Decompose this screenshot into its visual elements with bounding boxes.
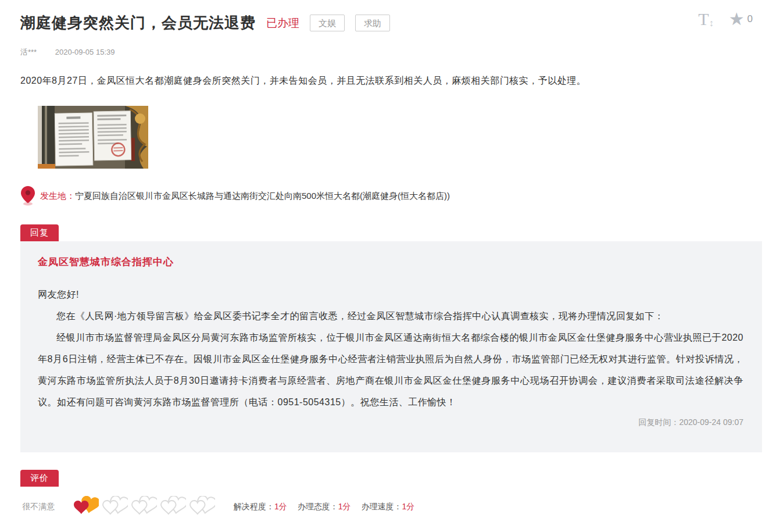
attachment-photo[interactable] xyxy=(38,106,148,169)
post-meta: 活*** 2020-09-05 15:39 xyxy=(20,47,769,58)
status-badge: 已办理 xyxy=(266,16,299,31)
reply-section: 回复 金凤区智慧城市综合指挥中心 网友您好! 您在《人民网·地方领导留言板》给金… xyxy=(0,224,769,452)
star-count: 0 xyxy=(747,13,753,25)
author-name: 活*** xyxy=(20,48,37,56)
rating-scores: 解决程度：1分 办理态度：1分 办理速度：1分 xyxy=(234,502,423,512)
rating-verdict: 很不满意 xyxy=(22,502,55,512)
font-size-icon[interactable]: T↕ xyxy=(698,10,713,28)
tag-category[interactable]: 文娱 xyxy=(310,15,345,31)
location-row: 发生地： 宁夏回族自治区银川市金凤区长城路与通达南街交汇处向南500米恒大名都(… xyxy=(20,186,769,206)
header: 潮庭健身突然关门，会员无法退费 已办理 文娱 求助 xyxy=(20,13,752,33)
complaint-detail-page: 潮庭健身突然关门，会员无法退费 已办理 文娱 求助 T↕ ★ 0 活*** 20… xyxy=(0,0,769,532)
reply-paragraph: 经银川市市场监督管理局金凤区分局黄河东路市场监管所核实，位于银川市金凤区通达南街… xyxy=(38,327,743,413)
reply-time: 回复时间：2020-09-24 09:07 xyxy=(29,417,743,428)
score-speed: 办理速度：1分 xyxy=(361,502,414,511)
score-resolution: 解决程度：1分 xyxy=(234,502,287,511)
tag-type[interactable]: 求助 xyxy=(355,15,390,31)
star-icon[interactable]: ★ xyxy=(729,10,745,28)
reply-box: 金凤区智慧城市综合指挥中心 网友您好! 您在《人民网·地方领导留言板》给金凤区委… xyxy=(20,241,762,452)
heart-empty-icon xyxy=(131,496,157,517)
reply-greeting: 网友您好! xyxy=(38,284,743,305)
heart-empty-icon xyxy=(102,496,128,517)
heart-rating xyxy=(73,496,219,517)
page-title: 潮庭健身突然关门，会员无法退费 xyxy=(20,13,256,33)
reply-org-name: 金凤区智慧城市综合指挥中心 xyxy=(38,255,743,269)
location-label: 发生地： xyxy=(40,191,75,202)
evaluation-section: 评价 很不满意 解决程度：1分 办理态度：1分 办理速度：1分 银川目前包括健身… xyxy=(0,470,769,532)
header-tools: T↕ ★ 0 xyxy=(698,10,753,28)
heart-filled-icon xyxy=(73,496,99,517)
post-date: 2020-09-05 15:39 xyxy=(55,48,115,56)
location-pin-icon xyxy=(20,186,35,206)
font-size-arrow-icon: ↕ xyxy=(709,18,714,28)
reply-paragraph: 您在《人民网·地方领导留言板》给金凤区委书记李全才的留言收悉，经过金凤区智慧城市… xyxy=(38,305,743,327)
evaluation-badge: 评价 xyxy=(20,470,59,487)
photo-notice-on-door-icon xyxy=(38,106,148,169)
evaluation-rating-row: 很不满意 解决程度：1分 办理态度：1分 办理速度：1分 xyxy=(22,496,769,517)
score-attitude: 办理态度：1分 xyxy=(298,502,351,511)
reply-badge: 回复 xyxy=(20,224,59,241)
heart-empty-icon xyxy=(189,496,215,517)
reply-text: 网友您好! 您在《人民网·地方领导留言板》给金凤区委书记李全才的留言收悉，经过金… xyxy=(29,284,743,413)
location-address: 宁夏回族自治区银川市金凤区长城路与通达南街交汇处向南500米恒大名都(潮庭健身(… xyxy=(75,191,450,202)
heart-empty-icon xyxy=(160,496,186,517)
complaint-body: 2020年8月27日，金凤区恒大名都潮庭健身会所突然关门，并未告知会员，并且无法… xyxy=(20,75,749,87)
